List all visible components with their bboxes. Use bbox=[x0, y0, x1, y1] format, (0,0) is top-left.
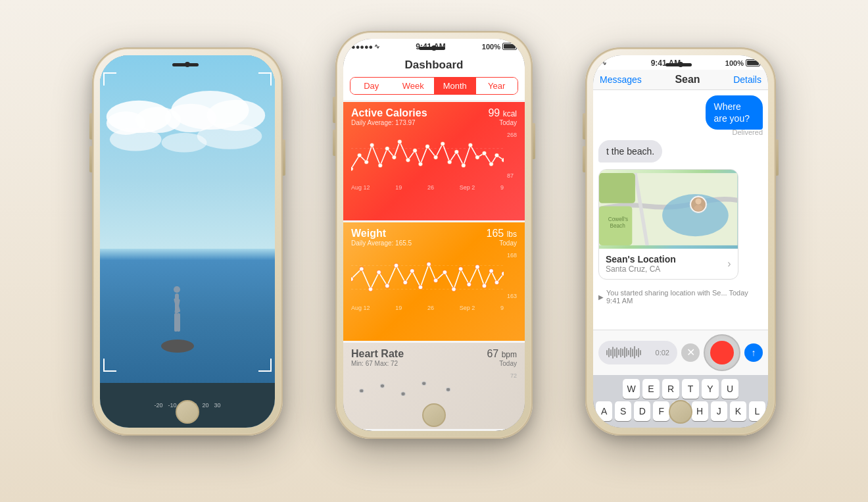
svg-point-54 bbox=[458, 266, 462, 270]
phone1-camera: -20 -10 0 10 20 30 bbox=[92, 47, 283, 436]
svg-point-18 bbox=[364, 160, 368, 164]
x-label-4: Sep 2 bbox=[460, 184, 475, 191]
key-s[interactable]: S bbox=[615, 401, 631, 421]
health-screen: ●●●●● ∿ 9:41 AM 100% Dashboa bbox=[343, 39, 525, 431]
weight-svg bbox=[351, 252, 504, 299]
key-r[interactable]: R bbox=[662, 379, 679, 399]
health-cards: Active Calories Daily Average: 173.97 99… bbox=[343, 100, 525, 431]
svg-text:Cowell's: Cowell's bbox=[608, 216, 628, 222]
photo-horizon bbox=[100, 249, 275, 260]
health-tabs[interactable]: Day Week Month Year bbox=[350, 77, 518, 95]
weight-title-text: Weight bbox=[351, 228, 412, 239]
battery-area: 100% bbox=[725, 59, 760, 67]
key-a[interactable]: A bbox=[596, 401, 612, 421]
power-button[interactable] bbox=[776, 139, 779, 176]
svg-point-6 bbox=[110, 128, 162, 151]
vol-down-button[interactable] bbox=[89, 146, 92, 172]
battery-fill bbox=[747, 61, 759, 65]
location-info: Sean's Location Santa Cruz, CA › bbox=[599, 249, 738, 279]
vol-down-button[interactable] bbox=[333, 130, 335, 156]
heartrate-right: 67 bpm Today bbox=[487, 348, 517, 367]
record-button[interactable] bbox=[704, 334, 740, 371]
vol-up-button[interactable] bbox=[583, 113, 585, 139]
heartrate-left: Heart Rate Min: 67 Max: 72 bbox=[351, 348, 404, 370]
svg-point-41 bbox=[351, 277, 353, 281]
svg-point-36 bbox=[489, 162, 493, 166]
sent-text: Where are you? bbox=[713, 101, 749, 124]
svg-point-44 bbox=[377, 270, 381, 274]
calories-value-area: 99 kcal Today bbox=[488, 107, 517, 126]
details-link[interactable]: Details bbox=[733, 74, 761, 85]
calories-unit: kcal bbox=[503, 109, 517, 118]
tab-week[interactable]: Week bbox=[393, 78, 435, 94]
key-y[interactable]: Y bbox=[702, 379, 719, 399]
chevron-right-icon: › bbox=[727, 258, 731, 270]
calories-card[interactable]: Active Calories Daily Average: 173.97 99… bbox=[343, 102, 525, 220]
messages-back-link[interactable]: Messages bbox=[600, 74, 642, 85]
key-k[interactable]: K bbox=[730, 401, 746, 421]
weight-value: 165 lbs bbox=[487, 228, 518, 239]
phones-container: -20 -10 0 10 20 30 bbox=[72, 14, 796, 488]
calories-x-labels: Aug 12 19 26 Sep 2 9 bbox=[351, 184, 504, 191]
speaker-bar bbox=[419, 47, 445, 50]
location-name: Sean's Location bbox=[606, 254, 676, 264]
svg-point-28 bbox=[433, 155, 437, 159]
sent-bubble: Where are you? bbox=[706, 95, 763, 130]
battery-icon bbox=[502, 43, 517, 50]
received-text: t the beach. bbox=[606, 146, 654, 157]
home-button[interactable] bbox=[422, 403, 446, 427]
key-d[interactable]: D bbox=[634, 401, 650, 421]
key-u[interactable]: U bbox=[721, 379, 738, 399]
svg-point-55 bbox=[467, 282, 471, 286]
key-j[interactable]: J bbox=[711, 401, 727, 421]
speaker-bar bbox=[665, 63, 692, 66]
phone2-health: ●●●●● ∿ 9:41 AM 100% Dashboa bbox=[335, 31, 533, 439]
key-e[interactable]: E bbox=[642, 379, 660, 399]
waveform-bar bbox=[608, 348, 610, 357]
crop-corner-br bbox=[258, 359, 272, 372]
location-text: Sean's Location Santa Cruz, CA bbox=[606, 254, 676, 274]
svg-point-53 bbox=[452, 287, 456, 291]
tab-month[interactable]: Month bbox=[434, 78, 476, 94]
svg-point-52 bbox=[443, 270, 446, 274]
key-w[interactable]: W bbox=[623, 379, 640, 399]
home-button[interactable] bbox=[669, 400, 692, 424]
vol-up-button[interactable] bbox=[89, 113, 92, 139]
key-l[interactable]: L bbox=[749, 401, 765, 421]
weight-card[interactable]: Weight Daily Average: 165.5 165 lbs Toda… bbox=[343, 222, 525, 341]
svg-point-46 bbox=[394, 263, 398, 267]
waveform-bar bbox=[630, 347, 631, 357]
tab-year[interactable]: Year bbox=[476, 78, 518, 94]
tab-day[interactable]: Day bbox=[350, 78, 393, 94]
location-card[interactable]: Cowell's Beach bbox=[598, 169, 738, 280]
calories-value: 99 kcal bbox=[488, 107, 517, 119]
svg-point-26 bbox=[418, 162, 422, 166]
svg-rect-68 bbox=[599, 173, 635, 203]
crop-corner-bl bbox=[103, 359, 116, 372]
key-t[interactable]: T bbox=[682, 379, 699, 399]
home-button[interactable] bbox=[176, 400, 199, 424]
vol-up-button[interactable] bbox=[333, 97, 335, 123]
battery-percent: 100% bbox=[482, 43, 500, 51]
heartrate-header: Heart Rate Min: 67 Max: 72 67 bpm Today bbox=[351, 348, 517, 370]
svg-point-38 bbox=[502, 158, 504, 162]
compass-label: -10 bbox=[168, 402, 176, 409]
cancel-audio-button[interactable]: ✕ bbox=[681, 343, 700, 362]
svg-point-61 bbox=[360, 389, 364, 393]
svg-point-17 bbox=[357, 153, 361, 157]
person-silhouette bbox=[170, 286, 184, 341]
crop-corner-tr bbox=[258, 72, 272, 86]
sent-message-group: Where are you? Delivered bbox=[681, 95, 763, 136]
send-button[interactable]: ↑ bbox=[744, 343, 763, 362]
calories-today: Today bbox=[488, 119, 517, 126]
power-button[interactable] bbox=[283, 139, 285, 176]
heartrate-title-text: Heart Rate bbox=[351, 348, 404, 360]
health-nav: Dashboard Day Week Month Year bbox=[343, 53, 525, 100]
vol-down-button[interactable] bbox=[583, 146, 585, 172]
battery-area: 100% bbox=[482, 43, 517, 51]
power-button[interactable] bbox=[533, 123, 535, 159]
svg-point-64 bbox=[422, 382, 426, 386]
weight-right: 165 lbs Today bbox=[487, 228, 518, 247]
key-f[interactable]: F bbox=[653, 401, 669, 421]
key-h[interactable]: H bbox=[692, 401, 708, 421]
